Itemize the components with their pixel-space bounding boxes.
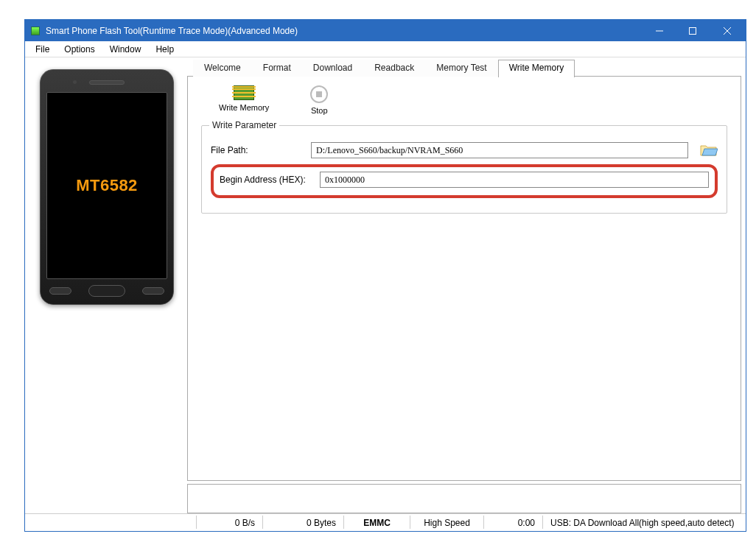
file-path-input[interactable] xyxy=(311,142,688,158)
statusbar: 0 B/s 0 Bytes EMMC High Speed 0:00 USB: … xyxy=(25,513,746,530)
maximize-button[interactable] xyxy=(676,20,709,41)
tab-memory-test[interactable]: Memory Test xyxy=(425,60,497,77)
app-icon xyxy=(31,27,40,35)
write-memory-button[interactable]: Write Memory xyxy=(219,85,269,115)
window-title: Smart Phone Flash Tool(Runtime Trace Mod… xyxy=(46,26,643,36)
titlebar: Smart Phone Flash Tool(Runtime Trace Mod… xyxy=(25,20,746,41)
write-memory-label: Write Memory xyxy=(219,103,269,112)
write-parameter-group: Write Parameter File Path: xyxy=(201,125,727,214)
menu-options[interactable]: Options xyxy=(57,43,102,56)
close-button[interactable] xyxy=(709,20,746,41)
tab-write-memory[interactable]: Write Memory xyxy=(498,60,575,77)
stop-label: Stop xyxy=(311,106,328,115)
application-window: Smart Phone Flash Tool(Runtime Trace Mod… xyxy=(24,19,746,532)
phone-nav-home xyxy=(88,285,125,297)
tab-bar: Welcome Format Download Readback Memory … xyxy=(187,59,746,77)
status-time: 0:00 xyxy=(483,516,542,529)
write-parameter-legend: Write Parameter xyxy=(209,120,279,130)
status-bytes: 0 Bytes xyxy=(262,516,343,529)
menubar: File Options Window Help xyxy=(25,41,746,57)
status-mode: USB: DA Download All(high speed,auto det… xyxy=(542,516,744,529)
phone-nav-right xyxy=(142,287,164,295)
tab-content-write-memory: Write Memory Stop Write Parameter File P… xyxy=(187,77,741,481)
phone-nav-left xyxy=(49,287,71,295)
svg-rect-1 xyxy=(689,27,696,34)
log-area[interactable] xyxy=(187,484,741,513)
phone-graphic: BM MT6582 xyxy=(40,69,174,305)
tab-welcome[interactable]: Welcome xyxy=(193,60,252,77)
status-speed: 0 B/s xyxy=(196,516,262,529)
tab-download[interactable]: Download xyxy=(302,60,363,77)
menu-file[interactable]: File xyxy=(28,43,57,56)
tab-format[interactable]: Format xyxy=(252,60,302,77)
stop-button[interactable]: Stop xyxy=(310,85,328,115)
status-usb-speed: High Speed xyxy=(410,516,483,529)
tab-readback[interactable]: Readback xyxy=(363,60,425,77)
minimize-button[interactable] xyxy=(643,20,676,41)
begin-address-input[interactable] xyxy=(320,172,709,188)
status-storage: EMMC xyxy=(343,516,410,529)
chip-icon xyxy=(234,85,254,100)
begin-address-highlight: Begin Address (HEX): xyxy=(211,164,718,198)
browse-folder-button[interactable] xyxy=(700,144,718,157)
phone-chipset-label: MT6582 xyxy=(76,176,138,195)
menu-help[interactable]: Help xyxy=(148,43,181,56)
file-path-label: File Path: xyxy=(211,145,307,155)
stop-icon xyxy=(310,85,328,103)
left-pane: BM MT6582 xyxy=(25,57,187,513)
begin-address-label: Begin Address (HEX): xyxy=(220,175,315,185)
menu-window[interactable]: Window xyxy=(102,43,149,56)
